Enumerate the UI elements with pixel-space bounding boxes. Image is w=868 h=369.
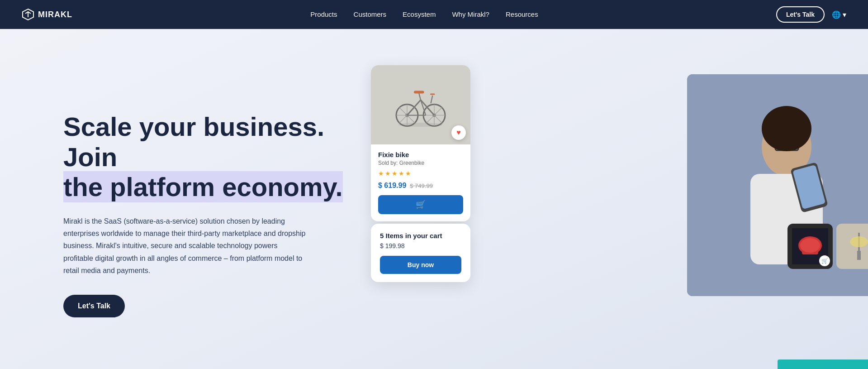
product-card-image: ♥ [371,65,470,144]
navbar: MIRAKL Products Customers Ecosystem Why … [0,0,868,29]
logo[interactable]: MIRAKL [22,8,72,21]
price-row: $ 619.99 $ 749.99 [378,182,463,190]
bicycle-svg [394,78,448,132]
svg-point-12 [800,238,820,253]
product-card-body: Fixie bike Sold by: Greenbike ★★★★★ $ 61… [371,144,470,221]
nav-cta-button[interactable]: Let's Talk [776,6,825,23]
hero-left: Scale your business. Join the platform e… [63,112,344,317]
product-name: Fixie bike [378,151,463,158]
product-thumbnails: 🛒 🛒 [787,224,868,269]
svg-point-8 [762,106,811,151]
hero-description: Mirakl is the SaaS (software-as-a-servic… [63,215,308,277]
nav-item-products[interactable]: Products [310,10,337,19]
nav-item-why-mirakl[interactable]: Why Mirakl? [452,10,489,19]
svg-rect-16 [857,251,861,260]
cart-title: 5 Items in your cart [380,232,461,240]
nav-right: Let's Talk 🌐 ▾ [776,6,846,23]
nav-links: Products Customers Ecosystem Why Mirakl?… [310,10,538,19]
logo-icon [22,8,34,21]
svg-rect-36 [414,91,424,93]
cart-icon: 🛒 [416,200,426,210]
cart-price: $ 199.98 [380,242,461,249]
hero-section: Scale your business. Join the platform e… [0,29,868,369]
buy-now-button[interactable]: Buy now [380,256,461,274]
product-card: ♥ Fixie bike Sold by: Greenbike ★★★★★ $ … [371,65,470,221]
thumbnail-1-cart-icon: 🛒 [819,255,830,266]
add-to-cart-button[interactable]: 🛒 [378,195,463,214]
nav-item-resources[interactable]: Resources [506,10,538,19]
thumbnail-2-image [841,228,868,264]
cart-card: 5 Items in your cart $ 199.98 Buy now [371,224,470,282]
hero-title-line1: Scale your business. Join [63,112,324,172]
svg-point-15 [850,236,868,247]
logo-text: MIRAKL [38,10,72,19]
hero-right: 🛒 🛒 [344,56,868,369]
nav-item-ecosystem[interactable]: Ecosystem [403,10,436,19]
price-original: $ 749.99 [410,182,433,189]
chevron-down-icon: ▾ [843,10,846,19]
language-selector[interactable]: 🌐 ▾ [832,10,846,19]
globe-icon: 🌐 [832,10,841,19]
product-seller: Sold by: Greenbike [378,160,463,166]
product-stars: ★★★★★ [378,170,463,177]
price-current: $ 619.99 [378,182,406,190]
nav-item-customers[interactable]: Customers [354,10,387,19]
teal-accent-bar [778,359,868,369]
hero-photo-bg: 🛒 🛒 [597,56,868,369]
svg-rect-38 [430,93,435,95]
hero-title-line2: the platform economy. [63,171,343,202]
hero-cta-button[interactable]: Let's Talk [63,295,125,317]
hero-title: Scale your business. Join the platform e… [63,112,344,202]
wishlist-button[interactable]: ♥ [451,125,466,140]
thumbnail-1: 🛒 [787,224,833,269]
thumbnail-2: 🛒 [836,224,868,269]
